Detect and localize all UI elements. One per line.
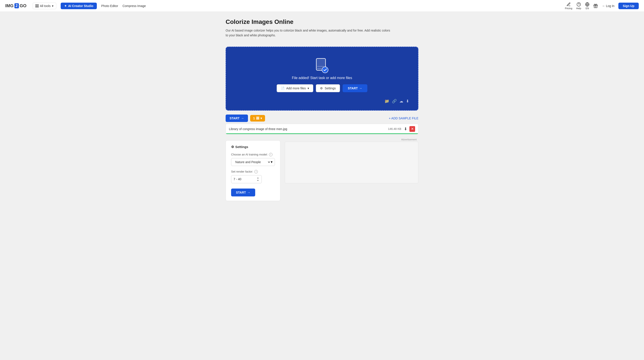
page-title: Colorize Images Online — [226, 18, 418, 26]
signup-label: Sign Up — [623, 4, 634, 8]
file-controls-row: START → 1 🖼 ▾ + ADD SAMPLE FILE — [226, 114, 418, 122]
settings-and-ad-container: ⚙ Settings Choose an AI training model: … — [226, 137, 418, 201]
start-button-main[interactable]: START → — [342, 84, 368, 92]
logo-num: 2 — [14, 3, 19, 8]
navbar: IMG2GO All tools ▾ ✦ AI Creator Studio P… — [0, 0, 644, 12]
nav-right-actions: Pricing Help EN → Log In Sign Up — [565, 2, 639, 10]
pricing-button[interactable]: Pricing — [565, 2, 572, 10]
source-icons: 📁 🔗 ☁ ⬇ — [235, 96, 409, 104]
page-description: Our AI based image colorizer helps you t… — [226, 28, 392, 38]
cloud-source-icon[interactable]: ☁ — [399, 99, 403, 104]
add-more-files-button[interactable]: 📄 Add more files ▾ — [277, 84, 313, 92]
settings-button-dropzone[interactable]: ⚙ Settings — [316, 84, 340, 92]
all-tools-menu[interactable]: All tools ▾ — [33, 3, 56, 9]
ad-area — [285, 142, 418, 183]
add-sample-button[interactable]: + ADD SAMPLE FILE — [389, 116, 418, 120]
render-factor-input[interactable] — [234, 177, 256, 181]
settings-panel-gear-icon: ⚙ — [231, 145, 234, 149]
file-size: 146.48 KB — [388, 127, 401, 130]
lang-label: EN — [586, 7, 589, 10]
drop-zone-actions: 📄 Add more files ▾ ⚙ Settings START → — [235, 84, 409, 92]
start-button-small[interactable]: START → — [226, 114, 248, 122]
start-bottom-label: START — [236, 191, 246, 194]
gift-icon — [594, 4, 598, 8]
file-progress-bar — [226, 133, 418, 134]
help-icon — [576, 2, 581, 6]
logo[interactable]: IMG2GO — [5, 3, 26, 8]
file-item: Library of congress image of three men.j… — [226, 124, 418, 134]
model-info-icon[interactable]: i — [269, 153, 272, 156]
drop-zone[interactable]: File added! Start task or add more files… — [226, 47, 418, 110]
start-bottom-arrow: → — [247, 191, 250, 194]
login-button[interactable]: → Log In — [602, 4, 614, 8]
help-label: Help — [576, 7, 581, 10]
ad-container: Advertisement — [285, 137, 418, 201]
file-check-icon — [235, 58, 409, 73]
render-increment-button[interactable]: ▲ — [256, 177, 259, 179]
start-button-bottom[interactable]: START → — [231, 188, 255, 196]
logo-go-text: GO — [20, 3, 26, 8]
ad-label: Advertisement — [285, 137, 418, 142]
render-info-icon[interactable]: i — [254, 170, 258, 174]
language-button[interactable]: EN — [585, 2, 590, 10]
gift-button[interactable] — [594, 4, 598, 8]
drop-zone-message: File added! Start task or add more files — [235, 76, 409, 80]
link-source-icon[interactable]: 🔗 — [392, 99, 397, 104]
render-input-wrapper: ▲ ▼ — [231, 175, 262, 183]
model-select-chevron: ▾ — [271, 160, 272, 164]
file-count-chevron: ▾ — [260, 116, 262, 120]
all-tools-label: All tools — [40, 4, 50, 8]
file-name: Library of congress image of three men.j… — [229, 127, 388, 131]
start-main-arrow: → — [359, 86, 362, 90]
pricing-icon — [566, 2, 571, 6]
model-label: Choose an AI training model: i — [231, 153, 275, 156]
render-label: Set render factor: i — [231, 170, 275, 174]
model-select-wrapper[interactable]: Nature and People Stable Diffusion Portr… — [231, 158, 275, 166]
pricing-label: Pricing — [565, 7, 572, 10]
remove-file-button[interactable]: ✕ — [410, 126, 415, 132]
render-spin-buttons: ▲ ▼ — [256, 177, 259, 182]
login-label: Log In — [606, 4, 614, 8]
model-select[interactable]: Nature and People Stable Diffusion Portr… — [234, 158, 271, 166]
login-arrow-icon: → — [602, 4, 605, 8]
folder-source-icon[interactable]: 📁 — [384, 99, 389, 104]
download-icon[interactable]: ⬇ — [404, 126, 407, 132]
svg-point-7 — [322, 67, 328, 73]
signup-button[interactable]: Sign Up — [618, 3, 639, 9]
file-count-badge[interactable]: 1 🖼 ▾ — [250, 115, 265, 122]
dropbox-source-icon[interactable]: ⬇ — [406, 99, 409, 104]
main-content: Colorize Images Online Our AI based imag… — [221, 12, 423, 210]
add-sample-label: + ADD SAMPLE FILE — [389, 116, 418, 120]
start-main-label: START — [348, 86, 358, 90]
file-icon-badge: 🖼 — [256, 116, 259, 120]
ai-studio-label: AI Creator Studio — [68, 4, 93, 8]
render-decrement-button[interactable]: ▼ — [256, 179, 259, 182]
settings-panel: ⚙ Settings Choose an AI training model: … — [226, 140, 280, 201]
settings-panel-title: ⚙ Settings — [231, 145, 275, 149]
chevron-down-icon: ▾ — [52, 4, 54, 8]
start-small-label: START — [230, 116, 240, 120]
ai-studio-icon: ✦ — [64, 4, 67, 8]
photo-editor-link[interactable]: Photo Editor — [101, 4, 118, 8]
add-more-label: Add more files — [286, 86, 306, 90]
help-button[interactable]: Help — [576, 2, 581, 10]
globe-icon — [585, 2, 590, 6]
start-small-arrow: → — [241, 116, 244, 120]
add-files-icon: 📄 — [281, 86, 284, 90]
logo-img-text: IMG — [5, 3, 14, 8]
settings-label: Settings — [325, 86, 336, 90]
grid-icon — [36, 4, 38, 8]
settings-gear-icon: ⚙ — [320, 86, 323, 90]
file-count-number: 1 — [253, 116, 255, 120]
add-more-chevron: ▾ — [308, 86, 309, 90]
compress-image-link[interactable]: Compress Image — [122, 4, 146, 8]
ai-creator-studio-button[interactable]: ✦ AI Creator Studio — [61, 3, 97, 9]
